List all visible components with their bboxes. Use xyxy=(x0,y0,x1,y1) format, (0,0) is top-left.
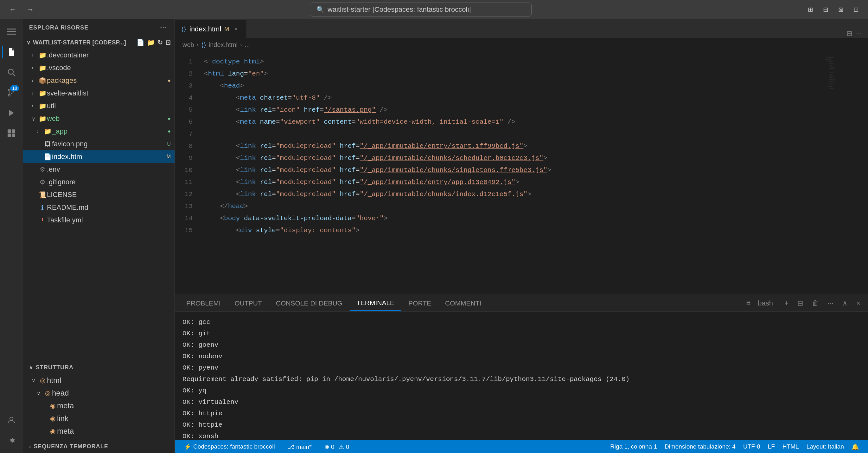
window-layout-btn2[interactable]: ⊟ xyxy=(820,4,831,15)
status-language[interactable]: HTML xyxy=(779,440,803,453)
window-layout-btn1[interactable]: ⊞ xyxy=(805,4,816,15)
status-errors[interactable]: ⊗ 0 ⚠ 0 xyxy=(320,440,353,453)
tree-item-svelte-waitlist[interactable]: › 📁 svelte-waitlist xyxy=(23,87,175,100)
svg-rect-12 xyxy=(8,130,11,133)
activity-extensions[interactable] xyxy=(2,124,21,143)
terminal-content[interactable]: OK: gcc OK: git OK: goenv OK: nodenv OK:… xyxy=(175,312,868,440)
structure-html[interactable]: ∨ ◎ html xyxy=(23,374,175,387)
tree-item-readme[interactable]: ℹ README.md xyxy=(23,201,175,214)
sequence-section-header[interactable]: › SEQUENZA TEMPORALE xyxy=(23,440,175,453)
status-bell[interactable]: 🔔 xyxy=(848,440,863,453)
status-line-ending[interactable]: LF xyxy=(764,440,779,453)
tree-item-favicon[interactable]: 🖼 favicon.png U xyxy=(23,138,175,150)
new-file-button[interactable]: 📄 xyxy=(136,39,145,46)
code-editor[interactable]: 12345 678910 1112131415 <!doctype html> … xyxy=(175,52,824,294)
tree-item-index-html[interactable]: 📄 index.html M xyxy=(23,150,175,163)
breadcrumb: web › ⟨⟩ index.html › ... xyxy=(175,38,868,52)
window-layout-btn3[interactable]: ⊠ xyxy=(835,4,846,15)
status-encoding[interactable]: UTF-8 xyxy=(739,440,764,453)
structure-section-header[interactable]: ∨ STRUTTURA xyxy=(23,361,175,374)
tab-size-label: Dimensione tabulazione: 4 xyxy=(664,443,736,450)
tree-root[interactable]: ∨ WAITLIST-STARTER [CODESP...] 📄 📁 ↻ ⊡ xyxy=(23,36,175,49)
status-tab-size[interactable]: Dimensione tabulazione: 4 xyxy=(661,440,739,453)
new-folder-button[interactable]: 📁 xyxy=(147,39,155,46)
breadcrumb-web[interactable]: web xyxy=(183,41,194,49)
tab-code-icon: ⟨⟩ xyxy=(181,25,186,33)
sequence-arrow: › xyxy=(29,444,31,450)
structure-meta-2[interactable]: ◉ meta xyxy=(23,425,175,437)
svg-point-16 xyxy=(10,417,13,420)
tree-item-packages[interactable]: › 📦 packages ● xyxy=(23,74,175,87)
tree-item-license[interactable]: 📜 LICENSE xyxy=(23,189,175,201)
window-layout-btn4[interactable]: ⊡ xyxy=(850,4,862,15)
license-label: LICENSE xyxy=(47,191,171,199)
source-control-badge: 18 xyxy=(10,85,19,91)
status-layout[interactable]: Layout: Italian xyxy=(803,440,848,453)
tab-problemi[interactable]: PROBLEMI xyxy=(180,296,227,311)
structure-link[interactable]: ◉ link xyxy=(23,412,175,425)
more-terminal-button[interactable]: ··· xyxy=(825,298,836,309)
nav-forward-button[interactable]: → xyxy=(24,3,37,16)
tab-terminale[interactable]: TERMINALE xyxy=(350,296,401,311)
refresh-button[interactable]: ↻ xyxy=(157,39,163,46)
tab-commenti[interactable]: COMMENTI xyxy=(439,296,488,311)
terminal-line-pip: Requirement already satisfied: pip in /h… xyxy=(183,374,860,385)
struct-head-label: head xyxy=(52,389,171,397)
tree-item-env[interactable]: ⚙ .env xyxy=(23,163,175,176)
activity-explorer[interactable] xyxy=(2,43,21,61)
tree-item-util[interactable]: › 📁 util xyxy=(23,100,175,112)
encoding-label: UTF-8 xyxy=(743,443,760,450)
tab-index-html[interactable]: ⟨⟩ index.html M × xyxy=(175,20,246,38)
code-line-7 xyxy=(204,128,824,140)
split-terminal-button[interactable]: ⊟ xyxy=(795,298,806,309)
activity-search[interactable] xyxy=(2,63,21,82)
status-remote[interactable]: ⚡ Codespaces: fantastic broccoli xyxy=(180,440,279,453)
tree-item-devcontainer[interactable]: › 📁 .devcontainer xyxy=(23,49,175,61)
activity-accounts[interactable] xyxy=(2,410,21,429)
structure-meta-1[interactable]: ◉ meta xyxy=(23,399,175,412)
nav-back-button[interactable]: ← xyxy=(6,3,19,16)
activity-source-control[interactable]: 18 xyxy=(2,83,21,102)
activity-run[interactable] xyxy=(2,104,21,122)
split-editor-button[interactable]: ⊟ xyxy=(846,29,852,38)
more-options-button[interactable]: ··· xyxy=(159,23,168,32)
editor-area: ⟨⟩ index.html M × ⊟ ··· web › ⟨⟩ index.h… xyxy=(175,19,868,453)
breadcrumb-more[interactable]: ... xyxy=(245,41,250,49)
readme-label: README.md xyxy=(47,203,171,211)
breadcrumb-file[interactable]: index.html xyxy=(209,41,238,49)
readme-icon: ℹ xyxy=(38,204,47,211)
structure-title: STRUTTURA xyxy=(36,364,73,371)
layout-label: Layout: Italian xyxy=(807,443,844,450)
gitignore-label: .gitignore xyxy=(47,178,171,186)
tab-porte[interactable]: PORTE xyxy=(402,296,437,311)
tree-item-app[interactable]: › 📁 _app ● xyxy=(23,125,175,138)
tab-close-button[interactable]: × xyxy=(232,25,240,33)
code-content[interactable]: <!doctype html> <html lang="en"> <head> … xyxy=(198,52,824,294)
code-line-2: <html lang="en"> xyxy=(204,68,824,80)
vscode-arrow: › xyxy=(32,65,38,71)
position-label: Riga 1, colonna 1 xyxy=(610,443,657,450)
tree-item-web[interactable]: ∨ 📁 web ● xyxy=(23,112,175,125)
title-search-text: waitlist-starter [Codespaces: fantastic … xyxy=(328,5,471,13)
maximize-panel-button[interactable]: ∧ xyxy=(840,298,850,309)
status-position[interactable]: Riga 1, colonna 1 xyxy=(606,440,661,453)
terminal-line-git: OK: git xyxy=(183,328,860,339)
add-terminal-button[interactable]: + xyxy=(782,298,791,309)
status-branch[interactable]: ⎇ main* xyxy=(284,440,315,453)
more-editor-button[interactable]: ··· xyxy=(856,29,862,38)
collapse-all-button[interactable]: ⊡ xyxy=(165,39,171,46)
title-bar-right: ⊞ ⊟ ⊠ ⊡ xyxy=(805,4,862,15)
activity-menu[interactable] xyxy=(2,22,21,41)
tab-console-debug[interactable]: CONSOLE DI DEBUG xyxy=(270,296,349,311)
close-panel-button[interactable]: × xyxy=(854,298,863,309)
tree-item-gitignore[interactable]: ⚙ .gitignore xyxy=(23,176,175,189)
structure-head[interactable]: ∨ ◎ head xyxy=(23,387,175,399)
branch-label: ⎇ main* xyxy=(288,443,312,450)
kill-terminal-button[interactable]: 🗑 xyxy=(809,298,822,309)
terminal-line-yq: OK: yq xyxy=(183,385,860,397)
tree-item-taskfile[interactable]: ! Taskfile.yml xyxy=(23,214,175,227)
tree-item-vscode[interactable]: › 📁 .vscode xyxy=(23,61,175,74)
activity-settings[interactable] xyxy=(2,431,21,450)
title-search[interactable]: 🔍 waitlist-starter [Codespaces: fantasti… xyxy=(310,3,532,17)
tab-output[interactable]: OUTPUT xyxy=(228,296,268,311)
